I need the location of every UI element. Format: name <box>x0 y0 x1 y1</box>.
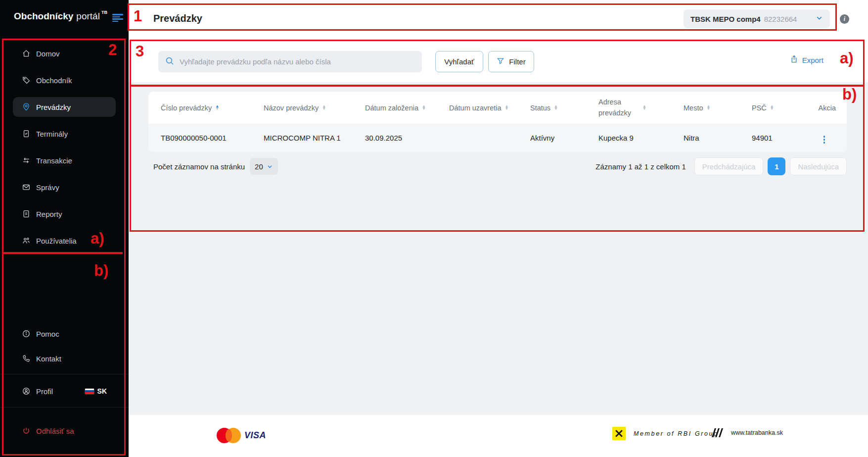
sidebar-logout-row: Odhlásiť sa <box>0 420 129 442</box>
filter-button[interactable]: Filter <box>488 51 534 72</box>
sidebar-divider <box>0 407 129 407</box>
next-page-button[interactable]: Nasledujúca <box>790 157 847 175</box>
sort-icon: ▲▼ <box>642 105 646 110</box>
logout-button[interactable]: Odhlásiť sa <box>13 420 116 442</box>
column-header-akcia: Akcia <box>815 104 836 112</box>
menu-toggle-icon[interactable] <box>112 14 123 22</box>
column-header-adresa-prevadzky[interactable]: Adresa prevádzky ▲▼ <box>598 97 684 118</box>
per-page-value: 20 <box>255 162 263 171</box>
rbi-group-brand: Member of RBI Group <box>612 427 719 440</box>
sidebar-item-label: Prevádzky <box>36 103 71 111</box>
tatra-banka-brand: www.tatrabanka.sk <box>711 428 783 438</box>
sort-icon: ▲▼ <box>322 105 326 110</box>
tag-icon <box>22 76 31 85</box>
sidebar-item-label: Pomoc <box>36 330 59 338</box>
cell-status: Aktívny <box>530 134 598 142</box>
sidebar-divider <box>0 374 129 374</box>
search-input[interactable] <box>180 57 415 66</box>
search-box <box>158 51 422 72</box>
cell-nazov-prevadzky: MICROCOMP NITRA 1 <box>264 134 365 142</box>
info-icon[interactable]: i <box>840 14 849 24</box>
home-icon <box>22 49 31 58</box>
merchant-name: TBSK MEPO comp4 <box>690 15 761 23</box>
logout-label: Odhlásiť sa <box>36 427 74 435</box>
sidebar-item-label: Reporty <box>36 210 62 218</box>
sidebar-profile-row: Profil SK <box>0 381 129 401</box>
records-summary: Záznamy 1 až 1 z celkom 1 <box>595 162 686 171</box>
cell-cislo-prevadzky: TB090000050-0001 <box>161 134 264 142</box>
sort-icon: ▲▼ <box>215 105 219 110</box>
column-header-mesto[interactable]: Mesto ▲▼ <box>684 104 752 112</box>
column-header-datum-zalozenia[interactable]: Dátum založenia ▲▼ <box>365 104 449 112</box>
sidebar-item-spravy[interactable]: Správy <box>13 177 116 197</box>
sidebar-item-terminaly[interactable]: Terminály <box>13 124 116 144</box>
logo-superscript: TB <box>101 10 107 15</box>
merchant-selector-dropdown[interactable]: TBSK MEPO comp4 82232664 <box>684 9 830 28</box>
search-toolbar: Vyhľadať Filter Export <box>129 39 868 82</box>
language-selector[interactable]: SK <box>85 387 107 395</box>
chevron-down-icon <box>816 14 823 24</box>
column-header-status[interactable]: Status ▲▼ <box>530 104 598 112</box>
sidebar-item-kontakt[interactable]: Kontakt <box>13 349 116 368</box>
sidebar-item-pouzivatelia[interactable]: Používatelia <box>13 231 116 251</box>
power-icon <box>22 426 31 435</box>
logo-text-bold: Obchodnícky <box>14 11 73 22</box>
sidebar-item-label: Používatelia <box>36 237 77 245</box>
page-header: Prevádzky TBSK MEPO comp4 82232664 i <box>129 0 868 39</box>
sort-icon: ▲▼ <box>770 105 774 110</box>
sidebar-item-label: Domov <box>36 50 60 58</box>
column-header-datum-uzavretia[interactable]: Dátum uzavretia ▲▼ <box>449 104 530 112</box>
current-page-button[interactable]: 1 <box>768 157 785 175</box>
previous-page-button[interactable]: Predchádzajúca <box>694 157 764 175</box>
column-header-cislo-prevadzky[interactable]: Číslo prevádzky ▲▼ <box>161 104 264 112</box>
column-header-nazov-prevadzky[interactable]: Názov prevádzky ▲▼ <box>264 104 365 112</box>
app-logo: Obchodnícky portál TB <box>14 11 123 22</box>
cell-mesto: Nitra <box>684 134 752 142</box>
tatra-banka-logo-icon <box>711 428 724 438</box>
mastercard-logo-icon <box>217 428 241 443</box>
raiffeisen-logo-icon <box>612 427 626 440</box>
sort-icon: ▲▼ <box>505 105 509 110</box>
table-row[interactable]: TB090000050-0001 MICROCOMP NITRA 1 30.09… <box>148 124 847 152</box>
sidebar-item-domov[interactable]: Domov <box>13 44 116 63</box>
sidebar-item-prevadzky[interactable]: Prevádzky <box>13 97 116 117</box>
sort-icon: ▲▼ <box>422 105 426 110</box>
filter-funnel-icon <box>497 57 504 66</box>
pagination-bar: Počet záznamov na stránku 20 Záznamy 1 a… <box>148 157 847 176</box>
search-button[interactable]: Vyhľadať <box>435 51 483 72</box>
sidebar-item-obchodnik[interactable]: Obchodník <box>13 70 116 90</box>
profile-icon <box>22 387 31 396</box>
sidebar-help-nav: Pomoc Kontakt <box>0 324 129 368</box>
sidebar-item-label: Transakcie <box>36 156 72 165</box>
per-page-label: Počet záznamov na stránku <box>153 162 245 171</box>
sidebar-item-pomoc[interactable]: Pomoc <box>13 324 116 344</box>
transfer-arrows-icon <box>22 156 31 165</box>
per-page-select[interactable]: 20 <box>250 158 278 175</box>
slovakia-flag-icon <box>85 388 94 395</box>
column-header-psc[interactable]: PSČ ▲▼ <box>752 104 815 112</box>
sidebar-item-label: Obchodník <box>36 76 72 85</box>
sidebar-item-reporty[interactable]: Reporty <box>13 204 116 224</box>
sort-icon: ▲▼ <box>707 105 711 110</box>
row-actions-kebab-icon[interactable] <box>822 134 827 146</box>
users-icon <box>22 236 31 245</box>
tatra-banka-url[interactable]: www.tatrabanka.sk <box>731 429 783 436</box>
export-label: Export <box>802 56 823 64</box>
cell-psc: 94901 <box>752 134 815 142</box>
export-button[interactable]: Export <box>790 55 823 65</box>
pagination-controls: Záznamy 1 až 1 z celkom 1 Predchádzajúca… <box>595 157 847 175</box>
annotation-divider-main <box>131 85 863 87</box>
page-title: Prevádzky <box>153 13 202 24</box>
report-icon <box>22 209 31 218</box>
sidebar-item-profil[interactable]: Profil SK <box>13 381 116 401</box>
sidebar-item-label: Kontakt <box>36 355 61 363</box>
export-icon <box>790 55 798 65</box>
sidebar-item-transakcie[interactable]: Transakcie <box>13 151 116 170</box>
terminal-icon <box>22 129 31 138</box>
rbi-member-label: Member of RBI Group <box>634 430 719 437</box>
cell-datum-zalozenia: 30.09.2025 <box>365 134 449 142</box>
operations-table: Číslo prevádzky ▲▼ Názov prevádzky ▲▼ Dá… <box>148 92 847 152</box>
page-footer: VISA Member of RBI Group www.tatrabanka.… <box>129 415 868 457</box>
table-header-row: Číslo prevádzky ▲▼ Názov prevádzky ▲▼ Dá… <box>148 92 847 124</box>
sort-icon: ▲▼ <box>554 105 558 110</box>
